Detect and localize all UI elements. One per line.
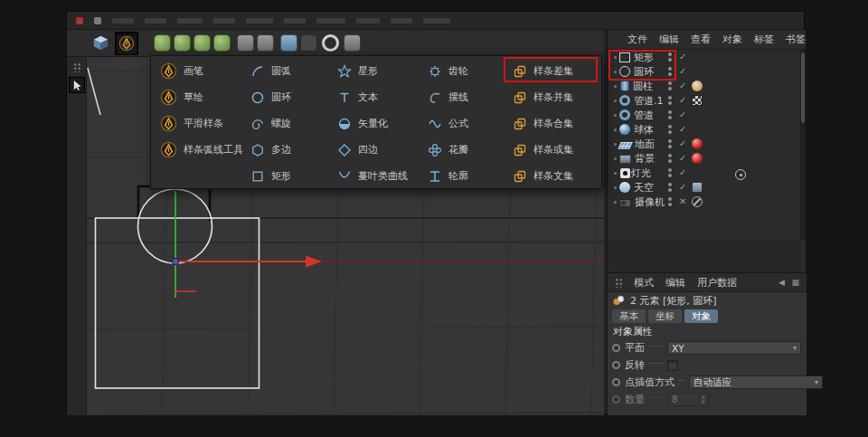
menu-item-rectangle[interactable]: 矩形 bbox=[247, 163, 332, 189]
expander-dot[interactable] bbox=[611, 56, 619, 59]
red-material-tag[interactable] bbox=[692, 138, 703, 149]
object-row-floor[interactable]: 地面 ✓ bbox=[608, 137, 800, 151]
expander-dot[interactable] bbox=[611, 85, 619, 88]
menu-item-blurred[interactable] bbox=[391, 18, 412, 24]
spline-pen-tool-button[interactable] bbox=[115, 32, 138, 55]
expander-dot[interactable] bbox=[611, 114, 619, 117]
checker-texture-tag[interactable] bbox=[692, 95, 703, 106]
om-menu-tags[interactable]: 标签 bbox=[754, 33, 774, 46]
enable-check-icon[interactable]: ✓ bbox=[679, 166, 686, 179]
sky-texture-tag[interactable] bbox=[692, 182, 703, 193]
menu-item-spline-difference[interactable]: 样条差集 bbox=[509, 58, 599, 84]
section-object-properties[interactable]: 对象属性 bbox=[608, 324, 807, 339]
object-row-tube-1[interactable]: 管道.1 ✓ bbox=[608, 93, 800, 108]
enable-check-icon[interactable]: ✓ bbox=[679, 65, 686, 78]
om-menu-bookmarks[interactable]: 书签 bbox=[786, 33, 806, 46]
plane-dropdown[interactable]: XY ▾ bbox=[667, 341, 801, 355]
expander-dot[interactable] bbox=[611, 201, 619, 204]
menu-item-arc[interactable]: 圆弧 bbox=[247, 58, 332, 84]
cursor-tool-button[interactable] bbox=[69, 77, 85, 93]
tab-object[interactable]: 对象 bbox=[684, 309, 718, 323]
enable-check-icon[interactable]: ✓ bbox=[679, 80, 686, 92]
reverse-checkbox[interactable] bbox=[667, 360, 678, 371]
scrollbar-thumb[interactable] bbox=[801, 52, 805, 123]
tab-basic[interactable]: 基本 bbox=[612, 309, 646, 323]
menu-item-circle[interactable]: 圆环 bbox=[247, 84, 332, 110]
visibility-dots[interactable] bbox=[668, 168, 672, 177]
toolbar-icon-primitive-1[interactable] bbox=[154, 34, 171, 52]
expander-dot[interactable] bbox=[611, 172, 619, 175]
enable-check-icon[interactable]: ✓ bbox=[679, 181, 686, 194]
history-back-icon[interactable]: ◀ bbox=[778, 278, 785, 287]
object-row-background[interactable]: 背景 ✓ bbox=[608, 151, 800, 166]
object-row-sky[interactable]: 天空 ✓ bbox=[608, 180, 800, 195]
object-row-tube[interactable]: 管道 ✓ bbox=[608, 108, 800, 122]
menu-item-text[interactable]: 文本 bbox=[334, 84, 423, 110]
visibility-dots[interactable] bbox=[668, 154, 672, 163]
am-menu-mode[interactable]: 模式 bbox=[634, 276, 654, 290]
tab-coordinates[interactable]: 坐标 bbox=[648, 309, 682, 323]
menu-item-flower[interactable]: 花瓣 bbox=[424, 137, 507, 163]
panel-handle-icon[interactable] bbox=[614, 277, 622, 288]
keyframe-circle-icon[interactable] bbox=[612, 378, 620, 386]
phong-tag[interactable] bbox=[692, 81, 703, 91]
om-menu-edit[interactable]: 编辑 bbox=[659, 33, 679, 46]
toolbar-icon-cloth[interactable] bbox=[280, 34, 297, 52]
origin-handle[interactable] bbox=[172, 258, 178, 264]
count-stepper[interactable]: 8 ▲▼ bbox=[667, 393, 709, 406]
object-row-cylinder[interactable]: 圆柱 ✓ bbox=[608, 79, 800, 93]
menu-item-spline-or[interactable]: 样条或集 bbox=[509, 137, 599, 163]
render-off-tag[interactable] bbox=[692, 196, 703, 207]
menu-item-sketch[interactable]: 草绘 bbox=[156, 84, 243, 110]
expander-dot[interactable] bbox=[611, 143, 619, 146]
am-menu-edit[interactable]: 编辑 bbox=[665, 276, 685, 290]
expander-dot[interactable] bbox=[611, 71, 619, 73]
visibility-dots[interactable] bbox=[668, 110, 672, 119]
visibility-dots[interactable] bbox=[668, 125, 672, 134]
menu-item-blurred[interactable] bbox=[145, 18, 166, 24]
menu-item-gear[interactable]: 齿轮 bbox=[424, 58, 507, 84]
toolbar-icon-primitive-4[interactable] bbox=[213, 34, 231, 52]
enable-check-icon[interactable]: ✓ bbox=[679, 94, 686, 107]
enable-check-icon[interactable]: ✓ bbox=[679, 51, 686, 63]
red-material-tag[interactable] bbox=[692, 153, 703, 164]
menu-item-blurred[interactable] bbox=[177, 18, 203, 24]
expander-dot[interactable] bbox=[611, 100, 619, 102]
menu-item-blurred[interactable] bbox=[213, 18, 235, 24]
menu-item-spline-and[interactable]: 样条合集 bbox=[509, 110, 599, 137]
menu-item-blurred[interactable] bbox=[284, 18, 306, 24]
object-row-rectangle[interactable]: 矩形 ✓ bbox=[608, 50, 800, 64]
visibility-dots[interactable] bbox=[668, 67, 672, 76]
visibility-dots[interactable] bbox=[668, 81, 672, 90]
visibility-dots[interactable] bbox=[668, 139, 672, 148]
toolbar-icon-modifier-1[interactable] bbox=[237, 34, 254, 52]
toolbar-icon-modifier-2[interactable] bbox=[257, 34, 274, 52]
interpolation-dropdown[interactable]: 自动适应 ▾ bbox=[689, 375, 823, 389]
expander-dot[interactable] bbox=[611, 157, 619, 160]
toolbar-icon-gray-tool[interactable] bbox=[344, 34, 361, 52]
menu-item-foursided[interactable]: 四边 bbox=[334, 137, 423, 163]
x-axis-arrowhead[interactable] bbox=[306, 256, 322, 268]
menu-item-helix[interactable]: 螺旋 bbox=[247, 110, 332, 137]
cube-icon[interactable] bbox=[92, 34, 109, 52]
stepper-arrows[interactable]: ▲▼ bbox=[698, 394, 708, 405]
expander-dot[interactable] bbox=[611, 186, 619, 189]
stepper-down-icon[interactable]: ▼ bbox=[702, 400, 705, 404]
visibility-dots[interactable] bbox=[668, 183, 672, 192]
menu-item-blurred[interactable] bbox=[112, 18, 134, 24]
menu-item-smooth-spline[interactable]: 平滑样条 bbox=[156, 110, 243, 137]
am-menu-userdata[interactable]: 用户数据 bbox=[697, 276, 737, 290]
toolbar-icon-primitive-3[interactable] bbox=[193, 34, 211, 52]
menu-item-spline-union[interactable]: 样条并集 bbox=[509, 84, 599, 110]
menu-item-star[interactable]: 星形 bbox=[334, 58, 423, 84]
menu-item-blurred[interactable] bbox=[356, 18, 380, 24]
om-menu-view[interactable]: 查看 bbox=[691, 33, 711, 46]
menu-item-cissoid[interactable]: 蔓叶类曲线 bbox=[334, 163, 423, 189]
object-row-circle[interactable]: 圆环 ✓ bbox=[608, 64, 800, 79]
keyframe-circle-icon[interactable] bbox=[612, 361, 620, 369]
toolbar-icon-dark-tool[interactable] bbox=[300, 34, 317, 52]
menu-item-spline-arc-tool[interactable]: 样条弧线工具 bbox=[156, 137, 243, 163]
object-list-scrollbar[interactable] bbox=[800, 50, 806, 240]
visibility-dots[interactable] bbox=[668, 197, 672, 206]
om-menu-object[interactable]: 对象 bbox=[722, 33, 742, 46]
